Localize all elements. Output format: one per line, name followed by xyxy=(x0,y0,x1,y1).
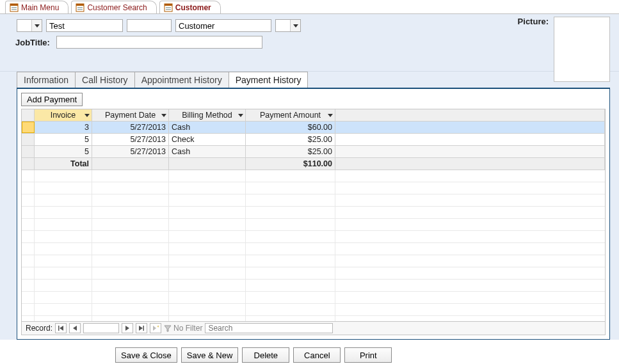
picture-label: Picture: xyxy=(518,17,549,26)
cell-invoice[interactable]: 5 xyxy=(35,146,92,157)
record-search-input[interactable] xyxy=(205,323,333,333)
save-new-button[interactable]: Save & New xyxy=(181,347,239,363)
cell-invoice[interactable]: 3 xyxy=(35,122,92,133)
svg-rect-7 xyxy=(77,9,83,10)
funnel-icon xyxy=(164,324,172,332)
chevron-down-icon[interactable] xyxy=(161,112,167,118)
jobtitle-field[interactable] xyxy=(56,36,262,49)
tab-information[interactable]: Information xyxy=(17,72,76,88)
tab-label: Information xyxy=(24,75,68,85)
svg-marker-15 xyxy=(161,114,166,117)
first-name-field[interactable] xyxy=(46,19,123,32)
suffix-combo[interactable] xyxy=(275,19,301,32)
svg-marker-12 xyxy=(35,24,40,28)
chevron-down-icon[interactable] xyxy=(84,112,90,118)
record-label: Record: xyxy=(26,324,52,333)
filter-label: No Filter xyxy=(173,324,202,333)
chevron-down-icon xyxy=(290,20,300,31)
doctab-label: Main Menu xyxy=(21,3,59,12)
chevron-down-icon[interactable] xyxy=(327,112,334,118)
doctab-main-menu[interactable]: Main Menu xyxy=(5,1,68,13)
cell-invoice[interactable]: 5 xyxy=(35,134,92,145)
doctab-label: Customer Search xyxy=(87,3,147,12)
cell-method[interactable]: Cash xyxy=(169,146,246,157)
action-bar: Save & Close Save & New Delete Cancel Pr… xyxy=(0,344,619,363)
cell-blank xyxy=(169,158,246,170)
col-header-payment-amount[interactable]: Payment Amount xyxy=(246,109,335,121)
svg-marker-17 xyxy=(328,114,333,117)
cell-blank xyxy=(92,158,169,170)
grid-header: Invoice Payment Date Billing Method Paym… xyxy=(22,109,605,122)
tab-payment-history[interactable]: Payment History xyxy=(229,72,309,88)
document-tabs: Main Menu Customer Search Customer xyxy=(0,0,619,14)
col-label: Invoice xyxy=(51,111,76,120)
doctab-customer-search[interactable]: Customer Search xyxy=(71,1,156,13)
record-number-field[interactable] xyxy=(83,323,119,333)
nav-prev-button[interactable] xyxy=(69,323,81,333)
svg-marker-19 xyxy=(60,326,63,331)
record-navigator: Record: ✳ No Filter xyxy=(22,321,605,335)
nav-next-button[interactable] xyxy=(122,323,133,333)
nav-new-button[interactable]: ✳ xyxy=(150,323,161,333)
col-label: Payment Date xyxy=(105,111,156,120)
save-close-button[interactable]: Save & Close xyxy=(115,347,177,363)
filter-indicator[interactable]: No Filter xyxy=(164,324,202,333)
cell-amount[interactable]: $25.00 xyxy=(246,146,335,157)
col-header-payment-date[interactable]: Payment Date xyxy=(92,109,169,121)
table-row[interactable]: 3 5/27/2013 Cash $60.00 xyxy=(22,122,605,134)
doctab-customer[interactable]: Customer xyxy=(159,1,221,13)
chevron-down-icon[interactable] xyxy=(237,112,244,118)
svg-rect-2 xyxy=(12,7,17,8)
row-selector[interactable] xyxy=(22,146,35,157)
svg-marker-21 xyxy=(125,326,129,331)
select-all-corner[interactable] xyxy=(22,109,35,121)
row-selector[interactable] xyxy=(22,122,35,133)
cancel-button[interactable]: Cancel xyxy=(293,347,341,363)
delete-button[interactable]: Delete xyxy=(242,347,289,363)
cell-method[interactable]: Check xyxy=(169,134,246,145)
cell-blank xyxy=(335,146,605,157)
svg-marker-20 xyxy=(73,326,77,331)
cell-amount[interactable]: $60.00 xyxy=(246,122,335,133)
svg-rect-3 xyxy=(12,9,17,10)
col-label: Billing Method xyxy=(182,111,232,120)
picture-frame[interactable] xyxy=(554,17,610,82)
col-header-billing-method[interactable]: Billing Method xyxy=(169,109,246,121)
tab-label: Appointment History xyxy=(141,75,222,85)
add-payment-button[interactable]: Add Payment xyxy=(21,93,83,106)
tab-call-history[interactable]: Call History xyxy=(75,72,135,88)
cell-date[interactable]: 5/27/2013 xyxy=(92,134,169,145)
svg-rect-11 xyxy=(166,9,171,10)
nav-last-button[interactable] xyxy=(136,323,147,333)
table-row[interactable]: 5 5/27/2013 Check $25.00 xyxy=(22,134,605,146)
nav-first-button[interactable] xyxy=(55,323,67,333)
svg-rect-5 xyxy=(76,4,84,6)
jobtitle-label: JobTitle: xyxy=(15,38,50,47)
row-selector[interactable] xyxy=(22,134,35,145)
svg-rect-1 xyxy=(10,4,18,6)
cell-date[interactable]: 5/27/2013 xyxy=(92,146,169,157)
tab-label: Payment History xyxy=(236,75,301,85)
cell-amount[interactable]: $25.00 xyxy=(246,134,335,145)
tab-label: Call History xyxy=(82,75,128,85)
last-name-field[interactable] xyxy=(175,19,271,32)
table-total-row: Total $110.00 xyxy=(22,158,605,170)
cell-date[interactable]: 5/27/2013 xyxy=(92,122,169,133)
svg-text:✳: ✳ xyxy=(157,325,159,328)
cell-blank xyxy=(335,158,605,170)
col-header-invoice[interactable]: Invoice xyxy=(35,109,92,121)
tab-appointment-history[interactable]: Appointment History xyxy=(134,72,229,88)
svg-marker-26 xyxy=(165,326,171,331)
svg-marker-13 xyxy=(293,24,298,28)
table-row[interactable]: 5 5/27/2013 Cash $25.00 xyxy=(22,146,605,158)
cell-method[interactable]: Cash xyxy=(169,122,246,133)
svg-marker-22 xyxy=(139,326,143,331)
picture-box: Picture: xyxy=(518,17,610,82)
print-button[interactable]: Print xyxy=(344,347,392,363)
title-combo[interactable] xyxy=(17,19,42,32)
payments-datasheet: Invoice Payment Date Billing Method Paym… xyxy=(21,109,606,335)
chevron-down-icon xyxy=(31,20,42,31)
svg-marker-24 xyxy=(153,326,156,331)
middle-name-field[interactable] xyxy=(127,19,172,32)
payment-history-panel: Add Payment Invoice Payment Date Billing… xyxy=(17,89,610,340)
